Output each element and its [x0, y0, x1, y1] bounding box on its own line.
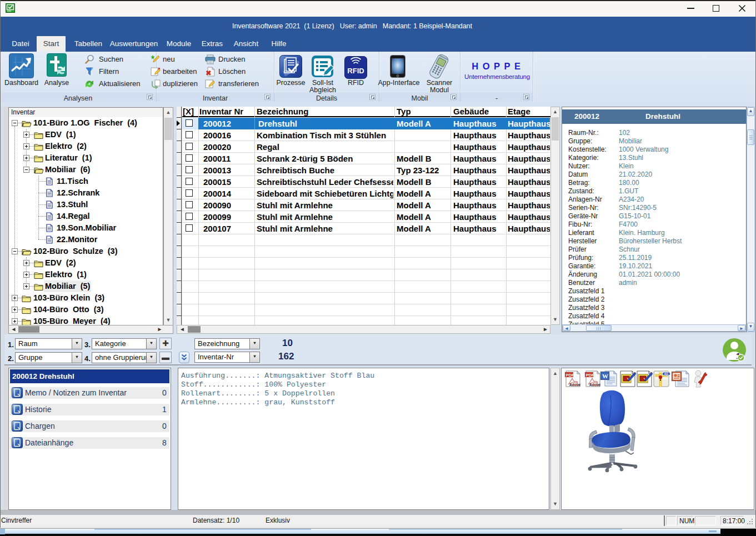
svg-text:RFID: RFID: [347, 67, 364, 75]
svg-text:W: W: [602, 373, 608, 379]
svg-text:911: 911: [664, 373, 669, 375]
svg-text:PDF: PDF: [566, 373, 574, 378]
svg-text:Adobe: Adobe: [569, 383, 581, 387]
svg-text:PDF: PDF: [586, 373, 594, 378]
svg-text:Adobe: Adobe: [589, 383, 601, 387]
